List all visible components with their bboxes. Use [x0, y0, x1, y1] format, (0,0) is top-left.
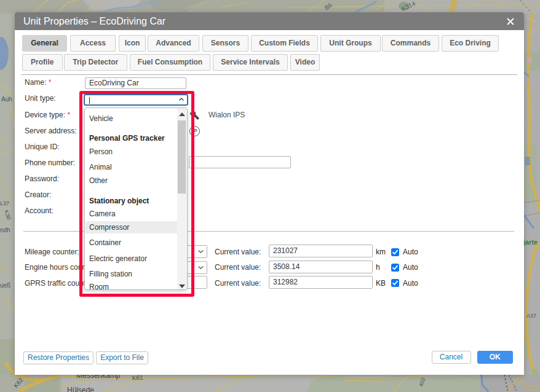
- svg-text:jarte: jarte: [523, 238, 538, 246]
- svg-text:ueß: ueß: [0, 282, 10, 289]
- svg-text:ndh: ndh: [0, 227, 10, 233]
- svg-text:Auh: Auh: [1, 96, 12, 103]
- svg-text:A37: A37: [526, 313, 536, 319]
- svg-text:K61: K61: [132, 374, 143, 382]
- svg-text:L37: L37: [0, 200, 9, 206]
- svg-text:Hülsede: Hülsede: [67, 386, 94, 392]
